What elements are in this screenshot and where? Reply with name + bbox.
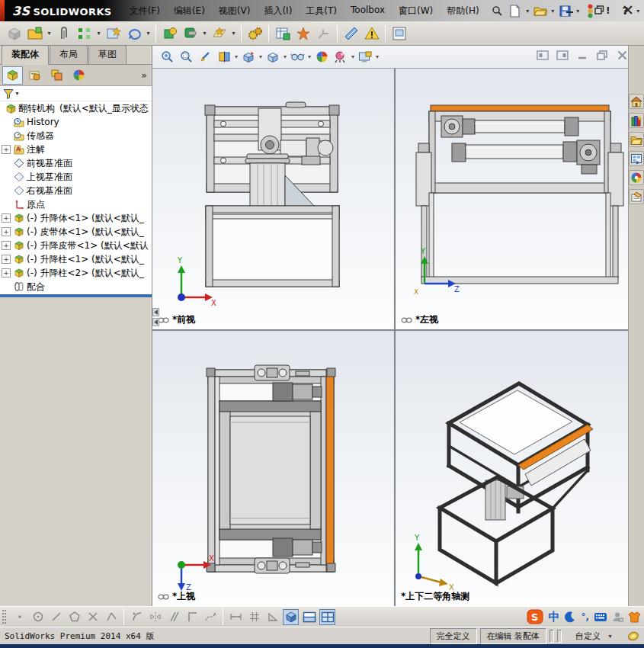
- bill-of-materials-icon[interactable]: [273, 24, 292, 43]
- shortcut-bar-right-icon[interactable]: [556, 49, 569, 61]
- restore-button[interactable]: [589, 2, 609, 18]
- displaymanager-icon[interactable]: [69, 66, 89, 85]
- sketch-polygon-icon[interactable]: [66, 609, 82, 625]
- menu-window[interactable]: 窗口(W): [392, 2, 440, 21]
- viewport-divider-horizontal[interactable]: [152, 329, 628, 331]
- menu-insert[interactable]: 插入(I): [257, 2, 299, 21]
- propertymanager-icon[interactable]: [24, 66, 45, 85]
- sketch-point-icon[interactable]: [11, 609, 27, 625]
- tab-sketch[interactable]: 草图: [88, 45, 127, 64]
- ime-language-toggle[interactable]: 中: [548, 608, 559, 625]
- tree-item-annotations[interactable]: + A 注解: [0, 143, 152, 156]
- tree-item-component[interactable]: + (-) 升降皮带<1> (默认<默认: [0, 239, 152, 252]
- collapse-pane-icon[interactable]: [152, 318, 159, 326]
- file-explorer-icon[interactable]: [629, 132, 644, 147]
- search-icon[interactable]: [489, 2, 506, 19]
- minimize-button[interactable]: [560, 2, 580, 18]
- design-library-icon[interactable]: [629, 113, 644, 128]
- previous-view-icon[interactable]: [197, 49, 213, 66]
- assembly-features-icon[interactable]: [181, 24, 200, 43]
- tree-item-sensors[interactable]: 传感器: [0, 129, 152, 143]
- sketch-circle-icon[interactable]: [30, 609, 46, 625]
- apply-scene-icon[interactable]: [313, 49, 330, 66]
- exploded-view-icon[interactable]: [293, 24, 312, 43]
- expand-toggle[interactable]: +: [2, 145, 11, 154]
- mate-icon[interactable]: [54, 24, 73, 43]
- linear-component-pattern-icon[interactable]: [75, 24, 94, 43]
- fillet-icon[interactable]: [129, 609, 145, 625]
- explode-line-sketch-icon[interactable]: [314, 24, 333, 43]
- tag-icon[interactable]: [627, 631, 639, 641]
- configurationmanager-icon[interactable]: [46, 66, 67, 85]
- featuremanager-tree-icon[interactable]: [2, 66, 23, 85]
- new-document-icon[interactable]: [507, 2, 524, 19]
- view-settings-icon[interactable]: [332, 49, 349, 66]
- viewport-left[interactable]: Y Z X *左视: [396, 69, 628, 329]
- linear-pattern-dropdown[interactable]: ▾: [95, 30, 102, 37]
- section-view-icon[interactable]: [216, 49, 232, 66]
- close-button[interactable]: [618, 2, 638, 18]
- tree-item-right-plane[interactable]: 右视基准面: [0, 184, 152, 197]
- custom-properties-icon[interactable]: [629, 189, 644, 204]
- two-view-horizontal-button[interactable]: [301, 609, 317, 625]
- close-child-icon[interactable]: [615, 49, 629, 61]
- expand-toggle[interactable]: +: [2, 241, 11, 250]
- open-document-icon[interactable]: [532, 2, 549, 19]
- new-motion-study-icon[interactable]: [245, 24, 264, 43]
- move-component-dropdown[interactable]: ▾: [145, 30, 152, 37]
- custom-dropdown[interactable]: ▾: [607, 633, 614, 640]
- filter-dropdown[interactable]: ▾: [14, 90, 21, 97]
- minimize-child-icon[interactable]: [575, 49, 589, 61]
- four-view-button[interactable]: [319, 609, 335, 625]
- skin-icon[interactable]: [628, 608, 641, 625]
- appearances-scenes-icon[interactable]: [629, 170, 644, 185]
- punctuation-toggle[interactable]: °,: [581, 608, 589, 625]
- tree-item-top-plane[interactable]: 上视基准面: [0, 170, 152, 184]
- smart-dimension-icon[interactable]: [228, 609, 244, 625]
- tab-layout[interactable]: 布局: [50, 45, 88, 64]
- tree-item-history[interactable]: History: [0, 115, 152, 129]
- take-snapshot-icon[interactable]: [389, 24, 409, 43]
- single-view-button[interactable]: [283, 609, 299, 625]
- expand-toggle[interactable]: +: [2, 227, 11, 236]
- display-style-dropdown[interactable]: ▾: [284, 53, 287, 60]
- menu-help[interactable]: 帮助(H): [440, 2, 485, 21]
- tree-item-component[interactable]: + (-) 升降体<1> (默认<默认_: [0, 211, 152, 225]
- sogou-logo-icon[interactable]: S: [527, 608, 543, 625]
- angle-snap-icon[interactable]: [264, 609, 280, 625]
- view-orientation-dropdown[interactable]: ▾: [259, 53, 262, 60]
- view-orientation-icon[interactable]: [240, 49, 257, 66]
- tree-item-origin[interactable]: 原点: [0, 197, 152, 211]
- zoom-to-fit-icon[interactable]: [159, 49, 175, 66]
- hide-show-items-icon[interactable]: [289, 49, 306, 66]
- restore-child-icon[interactable]: [595, 49, 609, 61]
- spline-icon[interactable]: [202, 609, 218, 625]
- new-document-dropdown[interactable]: ▾: [524, 8, 531, 14]
- tree-root[interactable]: 翻转机构 (默认<默认_显示状态: [0, 101, 152, 115]
- viewport-top[interactable]: X Z *上视: [152, 331, 394, 606]
- open-part-icon[interactable]: [25, 24, 44, 43]
- move-component-icon[interactable]: [124, 24, 143, 43]
- assembly-features-dropdown[interactable]: ▾: [201, 30, 208, 37]
- menu-edit[interactable]: 编辑(E): [167, 2, 212, 21]
- collapse-pane-icon[interactable]: [152, 308, 159, 316]
- viewport-isometric[interactable]: Y X *上下二等角轴测: [396, 331, 628, 606]
- reference-geometry-icon[interactable]: [210, 24, 229, 43]
- smart-fasteners-icon[interactable]: [104, 24, 123, 43]
- trim-entities-icon[interactable]: [85, 609, 101, 625]
- open-document-dropdown[interactable]: ▾: [549, 8, 556, 14]
- tree-item-front-plane[interactable]: 前视基准面: [0, 156, 152, 170]
- manager-overflow-chevron[interactable]: »: [141, 69, 147, 81]
- grid-snap-icon[interactable]: [246, 609, 262, 625]
- reference-geometry-dropdown[interactable]: ▾: [230, 30, 237, 37]
- tree-item-mates[interactable]: 配合: [0, 280, 152, 294]
- screen-options-icon[interactable]: [357, 49, 373, 66]
- mirror-entities-icon[interactable]: [147, 609, 163, 625]
- tab-assembly[interactable]: 装配体: [2, 45, 49, 65]
- menu-tools[interactable]: 工具(T): [299, 2, 344, 21]
- shortcut-bar-left-icon[interactable]: [536, 49, 549, 61]
- section-view-dropdown[interactable]: ▾: [235, 53, 238, 60]
- menu-file[interactable]: 文件(F): [123, 2, 167, 21]
- view-palette-icon[interactable]: [629, 151, 644, 166]
- moon-mode-icon[interactable]: [564, 608, 576, 625]
